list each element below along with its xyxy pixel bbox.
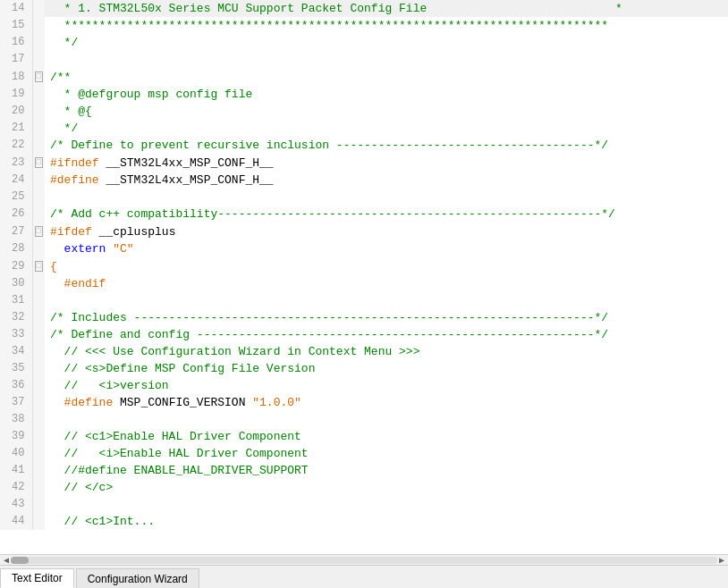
code-line[interactable]: #define MSP_CONFIG_VERSION "1.0.0" [45,394,728,411]
scroll-right-arrow[interactable]: ▶ [717,555,726,566]
fold-marker [32,377,45,394]
tab-text-editor[interactable]: Text Editor [0,568,74,588]
line-number: 34 [0,343,32,360]
scroll-left-arrow[interactable]: ◀ [2,555,11,566]
code-line[interactable]: //#define ENABLE_HAL_DRIVER_SUPPORT [45,462,728,479]
code-token: */ [50,36,78,49]
line-number: 17 [0,51,32,68]
fold-marker [32,513,45,530]
code-token: /* Define to prevent recursive inclusion… [50,139,608,152]
table-row: 19 * @defgroup msp config file [0,86,728,103]
code-line[interactable]: * @{ [45,103,728,120]
table-row: 15 *************************************… [0,17,728,34]
table-row: 14 * 1. STM32L50x Series MCU Support Pac… [0,0,728,17]
code-line[interactable]: #ifdef __cplusplus [45,223,728,240]
code-line[interactable]: { [45,257,728,275]
line-number: 40 [0,445,32,462]
line-number: 20 [0,103,32,120]
table-row: 43 [0,496,728,513]
code-line[interactable] [45,496,728,513]
table-row: 36 // <i>version [0,377,728,394]
fold-marker [32,34,45,51]
table-row: 30 #endif [0,275,728,292]
fold-marker [32,496,45,513]
table-row: 25 [0,189,728,206]
code-token: #ifndef [50,156,99,170]
code-token: __STM32L4xx_MSP_CONF_H__ [99,173,274,187]
code-line[interactable] [45,189,728,206]
code-token: */ [50,122,78,135]
code-line[interactable] [45,411,728,428]
table-row: 37 #define MSP_CONFIG_VERSION "1.0.0" [0,394,728,411]
code-line[interactable]: */ [45,120,728,137]
code-token: // <c1>Int... [50,515,155,528]
line-number: 14 [0,0,32,17]
line-number: 21 [0,120,32,137]
code-line[interactable]: // <c1>Int... [45,513,728,530]
fold-marker [32,309,45,326]
code-line[interactable] [45,292,728,309]
scrollbar-track[interactable] [11,557,717,564]
code-line[interactable]: * @defgroup msp config file [45,86,728,103]
code-token: ****************************************… [50,19,608,32]
code-line[interactable]: // <s>Define MSP Config File Version [45,360,728,377]
table-row: 28 extern "C" [0,240,728,257]
line-number: 37 [0,394,32,411]
code-line[interactable]: */ [45,34,728,51]
code-line[interactable]: /* Define to prevent recursive inclusion… [45,137,728,154]
code-line[interactable]: /* Define and config -------------------… [45,326,728,343]
code-token: // <i>version [50,379,169,392]
code-token: "1.0.0" [252,396,301,409]
code-line[interactable] [45,51,728,68]
line-number: 19 [0,86,32,103]
line-number: 15 [0,17,32,34]
fold-marker [32,120,45,137]
line-number: 16 [0,34,32,51]
code-line[interactable]: // <i>version [45,377,728,394]
code-token: // <i>Enable HAL Driver Component [50,447,309,460]
line-number: 22 [0,137,32,154]
fold-marker [32,292,45,309]
fold-marker [32,462,45,479]
table-row: 44 // <c1>Int... [0,513,728,530]
code-line[interactable]: // <i>Enable HAL Driver Component [45,445,728,462]
code-line[interactable]: * 1. STM32L50x Series MCU Support Packet… [45,0,728,17]
fold-marker[interactable]: □ [32,223,45,240]
table-row: 26/* Add c++ compatibility--------------… [0,206,728,223]
tab-configuration-wizard[interactable]: Configuration Wizard [76,568,199,588]
line-number: 29 [0,257,32,275]
code-line[interactable]: #define __STM32L4xx_MSP_CONF_H__ [45,172,728,189]
code-line[interactable]: extern "C" [45,240,728,257]
code-line[interactable]: #endif [45,275,728,292]
editor-area: 14 * 1. STM32L50x Series MCU Support Pac… [0,0,728,588]
code-line[interactable]: // </c> [45,479,728,496]
line-number: 39 [0,428,32,445]
fold-marker [32,326,45,343]
code-token: #ifdef [50,225,92,239]
table-row: 33/* Define and config -----------------… [0,326,728,343]
code-line[interactable]: // <<< Use Configuration Wizard in Conte… [45,343,728,360]
code-line[interactable]: /** [45,68,728,86]
code-line[interactable]: /* Includes ----------------------------… [45,309,728,326]
code-token: // </c> [50,481,113,494]
fold-marker[interactable]: □ [32,68,45,86]
code-lines[interactable]: 14 * 1. STM32L50x Series MCU Support Pac… [0,0,728,554]
line-number: 25 [0,189,32,206]
scrollbar-thumb[interactable] [11,557,29,564]
line-number: 38 [0,411,32,428]
tab-text-editor-label: Text Editor [12,572,63,584]
table-row: 23□#ifndef __STM32L4xx_MSP_CONF_H__ [0,154,728,172]
fold-marker [32,103,45,120]
horizontal-scrollbar[interactable]: ◀ ▶ [0,554,728,565]
fold-marker [32,360,45,377]
line-number: 28 [0,240,32,257]
code-line[interactable]: /* Add c++ compatibility----------------… [45,206,728,223]
code-line[interactable]: // <c1>Enable HAL Driver Component [45,428,728,445]
fold-marker[interactable]: □ [32,257,45,275]
code-line[interactable]: ****************************************… [45,17,728,34]
code-token: #define [50,173,99,187]
table-row: 29□{ [0,257,728,275]
fold-marker[interactable]: □ [32,154,45,172]
fold-marker [32,86,45,103]
code-line[interactable]: #ifndef __STM32L4xx_MSP_CONF_H__ [45,154,728,172]
